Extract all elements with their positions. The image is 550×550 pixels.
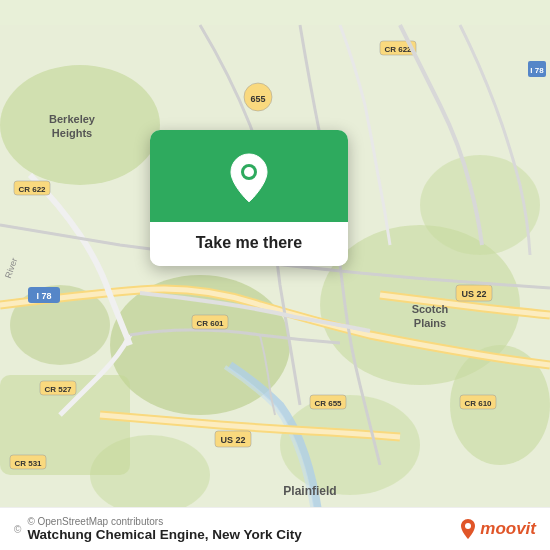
svg-text:Plains: Plains [414, 317, 446, 329]
svg-text:Berkeley: Berkeley [49, 113, 96, 125]
osm-attribution: © OpenStreetMap contributors [27, 516, 301, 527]
svg-text:Plainfield: Plainfield [283, 484, 336, 498]
svg-point-43 [244, 167, 254, 177]
bottom-left-info: © © OpenStreetMap contributors Watchung … [14, 516, 302, 542]
location-pin-icon [227, 152, 271, 204]
place-name-label: Watchung Chemical Engine, New York City [27, 527, 301, 542]
svg-text:CR 622: CR 622 [384, 45, 412, 54]
take-me-there-button[interactable]: Take me there [150, 222, 348, 266]
location-card: Take me there [150, 130, 348, 266]
svg-text:CR 610: CR 610 [464, 399, 492, 408]
svg-text:Scotch: Scotch [412, 303, 449, 315]
svg-text:US 22: US 22 [220, 435, 245, 445]
svg-text:CR 622: CR 622 [18, 185, 46, 194]
map-container: I 78 US 22 US 22 CR 622 CR 622 CR 527 CR… [0, 0, 550, 550]
bottom-bar: © © OpenStreetMap contributors Watchung … [0, 507, 550, 550]
moovit-pin-icon [459, 518, 477, 540]
svg-text:CR 601: CR 601 [196, 319, 224, 328]
card-green-section [150, 130, 348, 222]
svg-text:I 78: I 78 [36, 291, 51, 301]
svg-point-44 [465, 523, 471, 529]
svg-text:Heights: Heights [52, 127, 92, 139]
moovit-logo: moovit [459, 518, 536, 540]
svg-text:CR 655: CR 655 [314, 399, 342, 408]
svg-text:I 78: I 78 [530, 66, 544, 75]
svg-text:CR 531: CR 531 [14, 459, 42, 468]
svg-text:US 22: US 22 [461, 289, 486, 299]
svg-text:CR 527: CR 527 [44, 385, 72, 394]
map-background: I 78 US 22 US 22 CR 622 CR 622 CR 527 CR… [0, 0, 550, 550]
svg-text:655: 655 [250, 94, 265, 104]
svg-point-1 [0, 65, 160, 185]
moovit-text: moovit [480, 519, 536, 539]
copyright-symbol: © [14, 524, 21, 535]
